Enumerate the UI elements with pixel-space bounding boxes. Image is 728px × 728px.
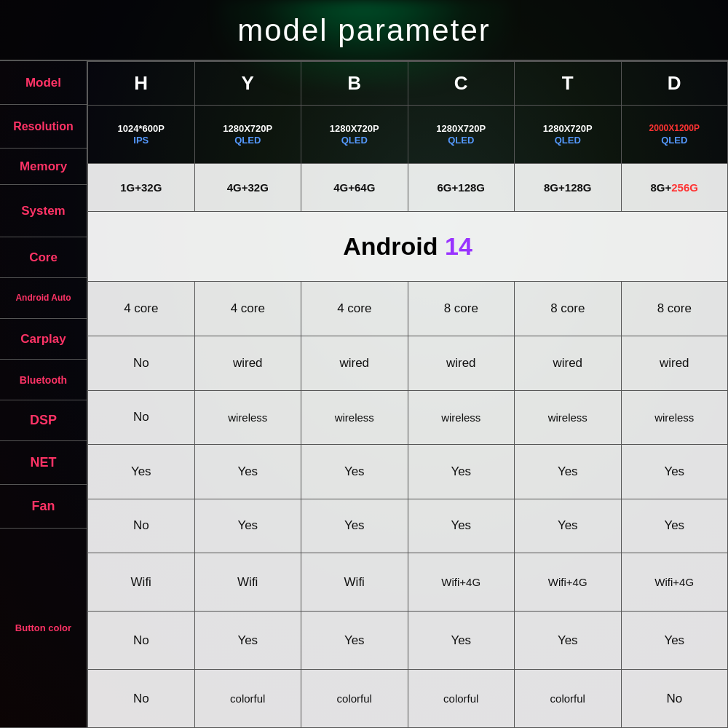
bt-C: Yes xyxy=(408,445,515,499)
button-color-row: No colorful colorful colorful colorful N… xyxy=(88,670,728,728)
core-H: 4 core xyxy=(88,282,195,336)
net-row: Wifi Wifi Wifi Wifi+4G Wifi+4G Wifi+4G xyxy=(88,553,728,612)
bt-H: Yes xyxy=(88,445,195,499)
col-header-C: C xyxy=(408,62,515,106)
dsp-C: Yes xyxy=(408,499,515,553)
row-header-net: NET xyxy=(0,441,87,485)
core-D: 8 core xyxy=(621,282,728,336)
header-row: H Y B C T xyxy=(88,62,728,106)
auto-T: wired xyxy=(515,336,622,390)
cp-H: No xyxy=(88,390,195,445)
dsp-row: No Yes Yes Yes Yes Yes xyxy=(88,499,728,553)
page-title: model parameter xyxy=(0,0,728,61)
android-auto-row: No wired wired wired wired wired xyxy=(88,336,728,390)
resolution-row: 1024*600P IPS 1280X720P QLED 1280X720P Q… xyxy=(88,106,728,164)
row-header-resolution: Resolution xyxy=(0,105,87,149)
btn-D: No xyxy=(621,670,728,728)
mem-T: 8G+128G xyxy=(515,163,622,212)
mem-D: 8G+256G xyxy=(621,163,728,212)
row-header-memory: Memory xyxy=(0,149,87,185)
system-cell: Android 14 xyxy=(88,212,728,282)
title-text: model parameter xyxy=(237,13,490,47)
memory-row: 1G+32G 4G+32G 4G+64G 6G+128G 8G+128G xyxy=(88,163,728,212)
fan-D: Yes xyxy=(621,612,728,670)
btn-H: No xyxy=(88,670,195,728)
net-T: Wifi+4G xyxy=(515,553,622,612)
row-header-android-auto: Android Auto xyxy=(0,278,87,319)
core-B: 4 core xyxy=(301,282,408,336)
dsp-D: Yes xyxy=(621,499,728,553)
auto-D: wired xyxy=(621,336,728,390)
cp-T: wireless xyxy=(515,390,622,445)
fan-Y: Yes xyxy=(194,612,301,670)
auto-B: wired xyxy=(301,336,408,390)
dsp-B: Yes xyxy=(301,499,408,553)
res-Y: 1280X720P QLED xyxy=(194,106,301,164)
fan-H: No xyxy=(88,612,195,670)
col-header-Y: Y xyxy=(194,62,301,106)
btn-C: colorful xyxy=(408,670,515,728)
auto-Y: wired xyxy=(194,336,301,390)
net-H: Wifi xyxy=(88,553,195,612)
net-D: Wifi+4G xyxy=(621,553,728,612)
net-B: Wifi xyxy=(301,553,408,612)
row-header-fan: Fan xyxy=(0,485,87,529)
core-T: 8 core xyxy=(515,282,622,336)
mem-Y: 4G+32G xyxy=(194,163,301,212)
bt-D: Yes xyxy=(621,445,728,499)
dsp-Y: Yes xyxy=(194,499,301,553)
fan-row: No Yes Yes Yes Yes Yes xyxy=(88,612,728,670)
btn-Y: colorful xyxy=(194,670,301,728)
row-header-bluetooth: Bluetooth xyxy=(0,360,87,400)
cp-C: wireless xyxy=(408,390,515,445)
system-row: Android 14 xyxy=(88,212,728,282)
btn-B: colorful xyxy=(301,670,408,728)
row-header-model: Model xyxy=(0,61,87,105)
mem-C: 6G+128G xyxy=(408,163,515,212)
col-header-D: D xyxy=(621,62,728,106)
btn-T: colorful xyxy=(515,670,622,728)
res-T: 1280X720P QLED xyxy=(515,106,622,164)
core-Y: 4 core xyxy=(194,282,301,336)
auto-C: wired xyxy=(408,336,515,390)
mem-H: 1G+32G xyxy=(88,163,195,212)
res-H: 1024*600P IPS xyxy=(88,106,195,164)
row-header-button-color: Button color xyxy=(0,529,87,728)
cp-D: wireless xyxy=(621,390,728,445)
res-D: 2000X1200P QLED xyxy=(621,106,728,164)
fan-B: Yes xyxy=(301,612,408,670)
cp-Y: wireless xyxy=(194,390,301,445)
auto-H: No xyxy=(88,336,195,390)
row-header-core: Core xyxy=(0,237,87,278)
row-header-dsp: DSP xyxy=(0,400,87,441)
core-row: 4 core 4 core 4 core 8 core 8 core 8 cor… xyxy=(88,282,728,336)
carplay-row: No wireless wireless wireless wireless w… xyxy=(88,390,728,445)
mem-B: 4G+64G xyxy=(301,163,408,212)
col-header-H: H xyxy=(88,62,195,106)
fan-C: Yes xyxy=(408,612,515,670)
res-B: 1280X720P QLED xyxy=(301,106,408,164)
bt-Y: Yes xyxy=(194,445,301,499)
bt-T: Yes xyxy=(515,445,622,499)
col-header-T: T xyxy=(515,62,622,106)
bt-B: Yes xyxy=(301,445,408,499)
dsp-T: Yes xyxy=(515,499,622,553)
bluetooth-row: Yes Yes Yes Yes Yes Yes xyxy=(88,445,728,499)
net-Y: Wifi xyxy=(194,553,301,612)
res-C: 1280X720P QLED xyxy=(408,106,515,164)
row-header-system: System xyxy=(0,185,87,237)
fan-T: Yes xyxy=(515,612,622,670)
dsp-H: No xyxy=(88,499,195,553)
col-header-B: B xyxy=(301,62,408,106)
net-C: Wifi+4G xyxy=(408,553,515,612)
core-C: 8 core xyxy=(408,282,515,336)
cp-B: wireless xyxy=(301,390,408,445)
row-header-carplay: Carplay xyxy=(0,319,87,360)
